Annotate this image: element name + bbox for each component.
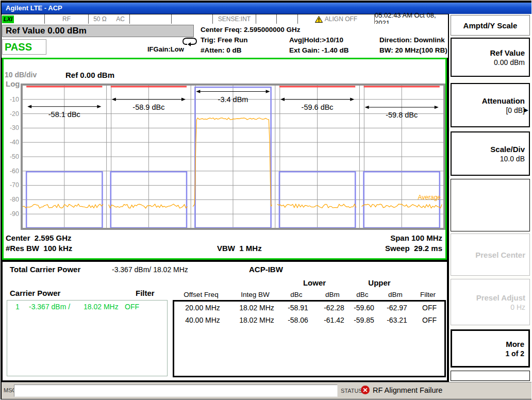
softkey-label: Scale/Div [490,145,525,154]
results-panel: Total Carrier Power -3.367 dBm/ 18.02 MH… [2,261,447,381]
y-tick: -30 [4,124,19,131]
softkey-menu-title: Amptd/Y Scale [451,15,530,36]
status-cell-empty-3 [256,14,277,24]
acp-ibw-label: ACP-IBW [249,265,283,274]
integ-bw-header: Integ BW [232,291,278,298]
instrument-screen: Agilent LTE - ACP LXI RF 50 Ω AC SENSE:I… [0,0,532,400]
y-tick: -80 [4,196,19,203]
measurement-header: Ref Value 0.00 dBm PASS IFGain:Low Cente… [2,24,448,58]
total-carrier-power-value: -3.367 dBm/ 18.02 MHz [112,265,188,274]
filter-cell: OFF [417,316,442,324]
lower-dbm-header: dBm [317,291,348,298]
input-coupling-cell: 50 Ω AC [89,14,130,24]
warning-icon [315,16,323,23]
carrier-power-value: -3.367 dBm / [29,303,70,311]
scale-per-div-label: 10 dB/div [5,71,37,79]
upper-header: Upper [348,278,411,287]
total-carrier-power-label: Total Carrier Power [10,265,80,274]
softkey-partial [451,371,530,381]
softkey-value: 10.0 dB [500,155,525,163]
log-mode-label: Log [6,79,20,88]
upper-dbc-cell: -59.85 [350,316,378,324]
submenu-arrow-icon: ▶ [524,107,528,113]
bw-label: BW: 20 MHz(100 RB) [379,46,447,54]
lower-dbc-cell: -58.91 [282,304,313,312]
offset-freq-cell: 40.00 MHz [179,316,226,324]
align-status-cell: ALIGN OFF [298,14,375,24]
ext-gain-label: Ext Gain: -1.40 dB [289,46,349,54]
softkey-menu: Amptd/Y Scale Ref Value 0.00 dBm Attenua… [448,14,531,382]
y-tick: -90 [4,210,19,218]
message-box [14,385,338,397]
softkey-attenuation[interactable]: Attenuation [0 dB] ▶ [451,83,530,127]
softkey-presel-adjust: Presel Adjust 0 Hz [451,279,530,325]
filter-col-header: Filter [415,291,441,298]
acp-annotation: -58.1 dBc [48,110,80,119]
status-cell-empty-2 [172,14,213,24]
center-freq-label: Center Freq: 2.595000000 GHz [201,26,301,34]
sweep-annotation: Sweep 29.2 ms [385,244,442,253]
lower-dbm-cell: -61.42 [319,316,350,324]
lxi-cell: LXI [2,14,45,24]
softkey-more[interactable]: More 1 of 2 [451,329,530,368]
ref-level-label: Ref 0.00 dBm [65,71,114,79]
upper-dbm-cell: -63.21 [381,316,412,324]
spectrum-display: 10 dB/div Log Ref 0.00 dBm -10 -20 -30 -… [2,58,447,260]
pass-fail-box: PASS [2,39,46,55]
rf-indicator: RF [45,14,89,24]
softkey-value: [0 dB] [506,106,525,114]
carrier-filter-value: OFF [125,303,139,311]
status-row: LXI RF 50 Ω AC SENSE:INT ALIGN OFF 05:02… [2,14,448,24]
integ-bw-cell: 18.02 MHz [234,316,280,324]
y-tick: -10 [4,96,19,103]
softkey-value: 0.00 dBm [494,58,525,66]
acp-annotation: -58.9 dBc [132,103,164,111]
status-message: RF Alignment Failure [373,386,442,394]
acp-annotation: -59.8 dBc [386,111,418,119]
align-status-label: ALIGN OFF [325,15,357,23]
softkey-label: Attenuation [482,96,525,105]
atten-label: #Atten: 0 dB [201,46,242,54]
measurement-title-bar: Ref Value 0.00 dBm [2,25,194,37]
carrier-power-header: Carrier Power [10,289,60,297]
status-cell-empty-4 [277,14,298,24]
window-title: Agilent LTE - ACP [2,3,531,14]
upper-dbm-cell: -62.97 [381,304,412,312]
direction-label: Direction: Downlink [379,36,445,44]
upper-dbc-cell: -59.60 [350,304,378,312]
softkey-label: Ref Value [490,48,525,57]
error-icon: ✕ [361,386,370,394]
carrier-bw-value: 18.02 MHz [84,303,119,311]
lower-dbm-cell: -62.28 [319,304,350,312]
vbw-annotation: VBW 1 MHz [217,244,262,253]
carrier-filter-header: Filter [136,289,155,297]
y-tick: -20 [4,110,19,118]
res-bw-annotation: #Res BW 100 kHz [6,244,72,253]
lower-dbc-cell: -58.06 [282,316,313,324]
acp-annotation: -59.6 dBc [302,103,334,111]
center-annotation: Center 2.595 GHz [6,234,72,242]
upper-dbm-header: dBm [380,291,411,298]
y-tick: -70 [4,181,19,189]
softkey-ref-value[interactable]: Ref Value 0.00 dBm [451,38,530,77]
status-cell-empty-1 [130,14,172,24]
datetime-label: 05:02:43 AM Oct 08, 2021 [375,14,448,24]
softkey-scale-div[interactable]: Scale/Div 10.0 dB [451,131,530,176]
sense-indicator: SENSE:INT [213,14,256,24]
acp-annotation: -3.4 dBm [218,95,248,104]
lower-header: Lower [281,278,348,287]
trig-label: Trig: Free Run [201,36,248,44]
softkey-blank[interactable] [451,179,530,231]
pass-status: PASS [3,40,46,54]
offset-freq-header: Offset Freq [178,291,224,298]
softkey-value: 1 of 2 [505,349,524,358]
softkey-value: 0 Hz [510,303,525,311]
coupling-label: AC [116,15,125,23]
message-bar: MSG STATUS ✕ RF Alignment Failure [2,382,531,399]
y-tick: -50 [4,153,19,160]
filter-cell: OFF [417,304,442,312]
y-tick: -60 [4,168,19,175]
status-label: STATUS [341,388,362,394]
softkey-label: Presel Adjust [476,293,525,302]
offset-results-table: 20.00 MHz 18.02 MHz -58.91 -62.28 -59.60… [173,300,446,377]
